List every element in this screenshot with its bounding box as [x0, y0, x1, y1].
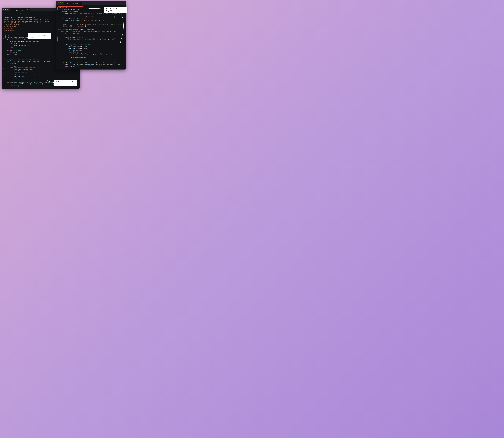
close-icon[interactable] [57, 2, 59, 3]
callout-switch-model: Switch to any model with any provider [54, 80, 77, 86]
callout-dataclass-parser: Powerful DataClass and Output Parser [104, 7, 127, 13]
tab-left[interactable]: string_format_output [10, 8, 30, 11]
zoom-icon[interactable] [61, 2, 63, 3]
close-icon[interactable] [3, 9, 4, 10]
titlebar-right: structured_output [56, 1, 126, 5]
tab-right[interactable]: structured_output [64, 2, 82, 5]
minimize-icon[interactable] [5, 9, 6, 10]
traffic-lights [3, 9, 9, 10]
zoom-icon[interactable] [7, 9, 9, 10]
callout-define-parser: Define your own output parser [28, 33, 51, 39]
minimize-icon[interactable] [59, 2, 61, 3]
traffic-lights [57, 2, 63, 3]
code-body-right: @dataclass class Sample(adal.DataClass):… [56, 5, 126, 69]
